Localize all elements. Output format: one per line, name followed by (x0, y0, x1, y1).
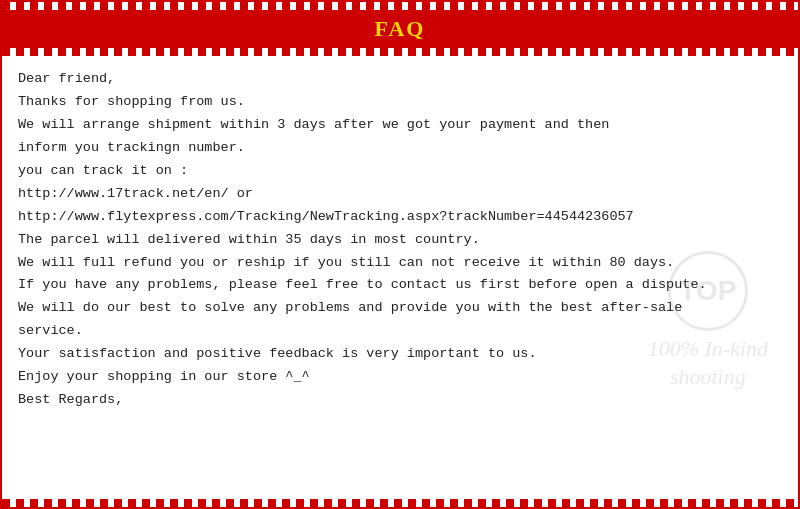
line4: inform you trackingn number. (18, 137, 782, 160)
line2: Thanks for shopping from us. (18, 91, 782, 114)
line12: service. (18, 320, 782, 343)
line14: Enjoy your shopping in our store ^_^ (18, 366, 782, 389)
faq-content: Dear friend, Thanks for shopping from us… (2, 56, 798, 422)
line9: We will full refund you or reship if you… (18, 252, 782, 275)
main-container: FAQ Dear friend, Thanks for shopping fro… (0, 0, 800, 509)
line13: Your satisfaction and positive feedback … (18, 343, 782, 366)
line10: If you have any problems, please feel fr… (18, 274, 782, 297)
line6: http://www.17track.net/en/ or (18, 183, 782, 206)
bottom-dashed-border (2, 499, 798, 507)
line1: Dear friend, (18, 68, 782, 91)
below-header-dashed-border (2, 48, 798, 56)
line3: We will arrange shipment within 3 days a… (18, 114, 782, 137)
faq-title: FAQ (375, 16, 426, 41)
line5: you can track it on : (18, 160, 782, 183)
line11: We will do our best to solve any problem… (18, 297, 782, 320)
faq-header: FAQ (2, 10, 798, 48)
line7: http://www.flytexpress.com/Tracking/NewT… (18, 206, 782, 229)
line8: The parcel will delivered within 35 days… (18, 229, 782, 252)
line15: Best Regards, (18, 389, 782, 412)
top-dashed-border (2, 2, 798, 10)
